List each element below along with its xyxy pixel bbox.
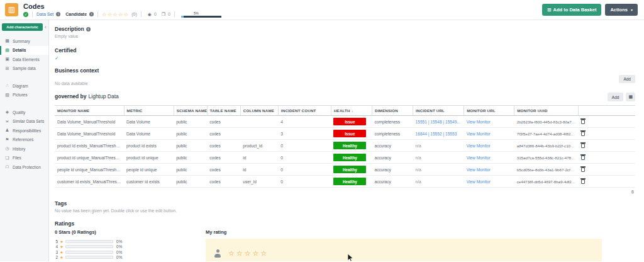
table-name-cell: codes [207, 140, 240, 152]
incident-url-cell[interactable]: n/a [413, 176, 464, 188]
health-cell: Healthy [331, 164, 372, 176]
nav-item-icon: ▦ [4, 38, 10, 43]
monitor-name-cell: customer id exists_ManualThreshold [55, 176, 124, 188]
delete-icon[interactable] [581, 132, 585, 136]
column-name-cell: user_id [240, 176, 278, 188]
divider [141, 11, 142, 17]
table-view-toggle-icon[interactable]: ▦ [626, 93, 635, 101]
delete-icon[interactable] [581, 179, 585, 184]
column-header[interactable]: INCIDENT URL [413, 106, 464, 116]
description-section: Description i Empty value [55, 26, 635, 38]
column-header[interactable]: MONITOR URL [464, 106, 514, 116]
sidebar-item-similar-data-sets[interactable]: ≍ Similar Data Sets [0, 117, 48, 127]
sidebar-item-history[interactable]: ◷ History [0, 144, 48, 154]
health-cell: Healthy [331, 152, 372, 164]
metric-cell: product id exists [124, 140, 174, 152]
histogram-row: 1 ★ 0% [55, 260, 206, 261]
dimension-cell: accuracy [372, 152, 413, 164]
sidebar-item-references[interactable]: ⚑ References [0, 135, 48, 145]
monitor-url-link[interactable]: View Monitor [464, 152, 514, 164]
governed-section: governed by Lightup Data Add ▦ [55, 93, 635, 194]
nav-item-label: Responsibilities [13, 128, 41, 133]
my-rating-stars[interactable]: ☆☆☆☆☆ [228, 249, 269, 258]
health-badge: Issue [333, 130, 366, 137]
sidebar-item-data-protection[interactable]: ☖ Data Protection [0, 162, 48, 172]
nav-item-label: Quality [13, 110, 25, 115]
star-icon: ★ [60, 261, 64, 261]
sidebar-item-files[interactable]: ❏ Files [0, 154, 48, 163]
monitor-uuid-cell: 2b2623fa-f800-445d-83c3-80a7486d9625 [514, 116, 579, 128]
column-header[interactable] [579, 106, 635, 116]
sidebar-item-sample-data[interactable]: ⊞ Sample data [0, 64, 48, 74]
sidebar-item-responsibilities[interactable]: ♟ Responsibilities [0, 126, 48, 135]
sidebar-item-pictures[interactable]: ▧ Pictures [0, 91, 48, 100]
histogram-bar [65, 256, 113, 259]
metric-cell: product id unique [124, 152, 174, 164]
ratings-section: Ratings 0 Stars (0 Ratings) 5 ★ 0% 4 ★ [55, 220, 635, 261]
add-to-data-basket-button[interactable]: ⊞ Add to Data Basket [542, 4, 601, 16]
description-empty-value[interactable]: Empty value [55, 34, 635, 38]
column-header[interactable]: METRIC [124, 106, 174, 116]
monitor-url-link[interactable]: View Monitor [464, 164, 514, 176]
delete-icon[interactable] [581, 120, 585, 124]
collapse-sidebar-icon[interactable]: ‹ [45, 25, 47, 30]
schema-name-cell: public [174, 128, 207, 140]
monitors-add-button[interactable]: Add [608, 93, 624, 101]
column-header[interactable]: HEALTH↓ [331, 106, 372, 116]
info-icon[interactable]: i [56, 12, 60, 16]
column-header[interactable]: DIMENSION [372, 106, 413, 116]
column-header[interactable]: TABLE NAME [207, 106, 240, 116]
divider [32, 11, 33, 17]
schema-name-cell: public [174, 152, 207, 164]
column-header[interactable]: INCIDENT COUNT [278, 106, 331, 116]
histogram-row: 4 ★ 0% [55, 244, 206, 250]
delete-icon[interactable] [581, 168, 585, 172]
tags-empty-value[interactable]: No value has been given yet. Double clic… [55, 208, 635, 213]
histogram-bar [65, 251, 113, 254]
nav-item-label: Data Protection [13, 165, 41, 169]
metric-cell: customer id exists [124, 176, 174, 188]
column-header[interactable]: COLUMN NAME [240, 106, 278, 116]
row-actions-cell [579, 128, 635, 140]
incident-url-cell[interactable]: n/a [413, 152, 464, 164]
incident-url-cell[interactable]: n/a [413, 140, 464, 152]
schema-name-cell: public [174, 116, 207, 128]
monitor-url-link[interactable]: View Monitor [464, 128, 514, 140]
governance-source-name: Lightup Data [89, 93, 119, 100]
sidebar-item-data-elements[interactable]: ▣ Data Elements [0, 55, 48, 64]
dimension-cell: completeness [372, 116, 413, 128]
asset-type-link[interactable]: Data Set [36, 12, 53, 16]
column-header[interactable]: MONITOR UUID [514, 106, 579, 116]
sidebar-item-diagram[interactable]: ∴ Diagram [0, 81, 48, 91]
nav-item-icon: ≍ [4, 119, 10, 124]
monitor-row: customer id exists_ManualThreshold custo… [55, 176, 635, 188]
monitor-url-link[interactable]: View Monitor [464, 116, 514, 128]
incident-url-cell[interactable]: n/a [413, 164, 464, 176]
delete-icon[interactable] [581, 156, 585, 160]
divider [97, 11, 98, 17]
column-name-cell [240, 128, 278, 140]
info-icon[interactable]: i [89, 12, 94, 16]
info-icon[interactable]: i [86, 27, 91, 31]
histogram-percentage: 0% [116, 250, 122, 254]
incident-url-cell[interactable]: 16844 | 15552 | 15553 [413, 128, 464, 140]
sidebar-item-quality[interactable]: ◈ Quality [0, 108, 48, 117]
table-header-row: MONITOR NAMEMETRICSCHEMA NAMETABLE NAMEC… [55, 106, 635, 116]
column-header[interactable]: SCHEMA NAME [174, 106, 207, 116]
star-level-label: 3 [55, 250, 58, 254]
sidebar-item-summary[interactable]: ▦ Summary [0, 37, 48, 46]
nav-item-icon: ⊞ [4, 66, 10, 71]
incident-url-cell[interactable]: 15551 | 15548 | 15549 | 15550 [413, 116, 464, 128]
column-header[interactable]: MONITOR NAME [55, 106, 124, 116]
sidebar-item-details[interactable]: ▤ Details [0, 46, 48, 55]
description-heading: Description [55, 26, 84, 32]
delete-icon[interactable] [581, 144, 585, 148]
nav-item-label: History [13, 147, 25, 151]
monitor-url-link[interactable]: View Monitor [464, 140, 514, 152]
nav-item-label: Details [13, 48, 26, 52]
rating-stars[interactable]: ☆☆☆☆☆ [102, 11, 129, 18]
add-characteristic-button[interactable]: Add characteristic [2, 23, 43, 31]
monitor-url-link[interactable]: View Monitor [464, 176, 514, 188]
business-context-add-button[interactable]: Add [619, 75, 635, 83]
actions-button[interactable]: Actions ▾ [605, 4, 638, 16]
